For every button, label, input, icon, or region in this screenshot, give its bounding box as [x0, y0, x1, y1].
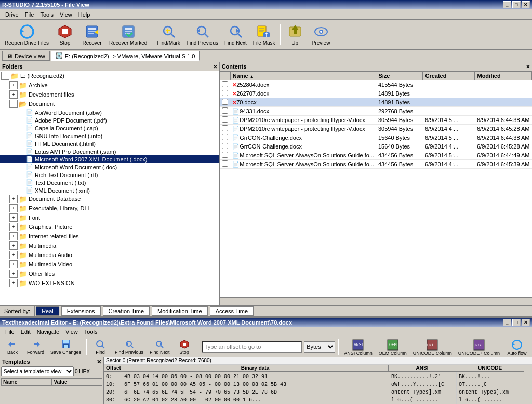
- contents-table-wrapper[interactable]: Name ▲ Size Created Modified ✕252804.doc…: [220, 71, 532, 297]
- table-row[interactable]: 📄GrrCON-Challenge.docx15640 Bytes6/9/201…: [220, 142, 531, 151]
- hex-close-button[interactable]: ✕: [522, 319, 530, 326]
- table-row[interactable]: 📄Microsoft SQL Server AlwaysOn Solutions…: [220, 151, 531, 160]
- tree-archive[interactable]: + 📁 Archive: [0, 80, 219, 90]
- exe-expand[interactable]: +: [9, 204, 18, 212]
- device-view-tab[interactable]: 🖥 Device view: [2, 51, 50, 61]
- menu-file[interactable]: File: [22, 10, 37, 19]
- drive-tab[interactable]: 💽 E: (Recognized2) -> VMware, VMware Vir…: [51, 51, 200, 61]
- hex-menu-view[interactable]: View: [62, 328, 81, 336]
- up-button[interactable]: Up: [283, 22, 308, 48]
- tree-internet[interactable]: + 📁 Internet related files: [0, 232, 219, 241]
- table-row[interactable]: 📄Microsoft SQL Server AlwaysOn Solutions…: [220, 160, 531, 169]
- tree-executable[interactable]: + 📁 Executable, Library, DLL: [0, 204, 219, 213]
- contents-hscrollbar[interactable]: [220, 297, 532, 305]
- unicode-plus-column-button[interactable]: UNI+ UNICODE+ Column: [456, 338, 502, 356]
- dev-expand[interactable]: +: [9, 90, 18, 99]
- doc-expand[interactable]: -: [9, 100, 18, 108]
- oem-column-button[interactable]: OEM OEM Column: [377, 338, 409, 356]
- col-name-header[interactable]: Name ▲: [230, 72, 376, 80]
- reopen-drive-files-button[interactable]: Reopen Drive Files: [2, 22, 51, 48]
- hex-save-button[interactable]: Save Changes: [48, 338, 83, 356]
- tree-lotus-ami[interactable]: 📄 Lotus AMI Pro Document (.sam): [0, 147, 219, 155]
- menu-view[interactable]: View: [57, 10, 75, 19]
- ansi-column-button[interactable]: ANSI ANSI Column: [342, 338, 375, 356]
- find-previous-button[interactable]: Find Previous: [184, 22, 221, 48]
- file-checkbox[interactable]: [222, 81, 228, 87]
- tree-document[interactable]: - 📂 Document: [0, 99, 219, 109]
- audio-expand[interactable]: +: [9, 251, 18, 259]
- file-checkbox[interactable]: [222, 107, 228, 114]
- tree-development[interactable]: + 📁 Development files: [0, 90, 219, 99]
- table-row[interactable]: ✕252804.docx415544 Bytes: [220, 80, 531, 89]
- menu-help[interactable]: Help: [75, 10, 94, 19]
- hex-offset-input[interactable]: [202, 341, 302, 353]
- hex-menu-edit[interactable]: Edit: [18, 328, 34, 336]
- tree-graphics[interactable]: + 📁 Graphics, Picture: [0, 222, 219, 232]
- col-size-header[interactable]: Size: [376, 72, 423, 80]
- file-checkbox[interactable]: [222, 90, 228, 96]
- stop-button[interactable]: Stop: [52, 22, 77, 48]
- col-modified-header[interactable]: Modified: [475, 72, 532, 80]
- tree-rich-text[interactable]: 📄 Rich Text Document (.rtf): [0, 171, 219, 179]
- templates-close[interactable]: ✕: [97, 359, 101, 366]
- file-checkbox[interactable]: [222, 134, 228, 140]
- tree-root[interactable]: - 📁 E: (Recognized2): [0, 71, 219, 80]
- file-checkbox[interactable]: [222, 125, 228, 131]
- file-checkbox[interactable]: [222, 116, 228, 123]
- multimedia-expand[interactable]: +: [9, 241, 18, 250]
- tree-font[interactable]: + 📁 Font: [0, 213, 219, 222]
- file-checkbox[interactable]: [222, 99, 228, 105]
- sort-tab-modification-time[interactable]: Modification Time: [152, 306, 208, 316]
- file-checkbox[interactable]: [222, 143, 228, 149]
- tree-ms-word-2007[interactable]: 📄 Microsoft Word 2007 XML Document (.doc…: [0, 155, 219, 163]
- table-row[interactable]: 📄DPM2010rc whitepaper - protecting Hyper…: [220, 125, 531, 133]
- find-next-button[interactable]: Find Next: [222, 22, 249, 48]
- unicode-column-button[interactable]: UNI UNICODE Column: [411, 338, 454, 356]
- folder-tree[interactable]: - 📁 E: (Recognized2) + 📁 Archive + 📁 Dev…: [0, 71, 219, 305]
- other-expand[interactable]: +: [9, 270, 18, 278]
- hex-find-next-button[interactable]: Find Next: [148, 338, 172, 356]
- archive-expand[interactable]: +: [9, 81, 18, 89]
- sort-tab-extensions[interactable]: Extensions: [61, 306, 101, 316]
- table-row[interactable]: ✕262707.docx14891 Bytes: [220, 89, 531, 98]
- file-checkbox[interactable]: [222, 160, 228, 167]
- hex-menu-tools[interactable]: Tools: [81, 328, 101, 336]
- hex-vscrollbar[interactable]: [524, 365, 532, 404]
- auto-flow-button[interactable]: Auto flow: [504, 338, 530, 356]
- find-mark-button[interactable]: Find/Mark: [154, 22, 182, 48]
- table-row[interactable]: 📄DPM2010rc whitepaper - protecting Hyper…: [220, 116, 531, 125]
- preview-button[interactable]: Preview: [309, 22, 334, 48]
- video-expand[interactable]: +: [9, 260, 18, 268]
- table-row[interactable]: 📄94331.docx292768 Bytes: [220, 107, 531, 116]
- hex-maximize-button[interactable]: □: [512, 319, 521, 326]
- hex-stop-button[interactable]: Stop: [174, 338, 195, 356]
- tree-xml-doc[interactable]: 📄 XML Document (.xml): [0, 186, 219, 194]
- close-button[interactable]: ✕: [522, 1, 530, 8]
- wo-expand[interactable]: +: [9, 279, 18, 287]
- file-mask-button[interactable]: File Mask: [250, 22, 278, 48]
- hex-unit-select[interactable]: Bytes Sectors: [304, 341, 335, 353]
- table-row[interactable]: ✕70.docx14891 Bytes: [220, 98, 531, 107]
- internet-expand[interactable]: +: [9, 232, 18, 240]
- sort-tab-creation-time[interactable]: Creation Time: [103, 306, 150, 316]
- menu-tools[interactable]: Tools: [37, 10, 57, 19]
- hex-forward-button[interactable]: Forward: [25, 338, 46, 356]
- sort-tab-real[interactable]: Real: [36, 306, 59, 316]
- folders-panel-close[interactable]: ✕: [213, 64, 217, 70]
- menu-drive[interactable]: Drive: [2, 10, 22, 19]
- tree-ms-word[interactable]: 📄 Microsoft Word Document (.doc): [0, 163, 219, 171]
- tree-other-files[interactable]: + 📁 Other files: [0, 269, 219, 278]
- recover-button[interactable]: Recover: [78, 22, 105, 48]
- maximize-button[interactable]: □: [512, 1, 521, 8]
- col-created-header[interactable]: Created: [423, 72, 475, 80]
- minimize-button[interactable]: _: [503, 1, 511, 8]
- tree-multimedia-audio[interactable]: + 📁 Multimedia Audio: [0, 250, 219, 260]
- table-row[interactable]: 📄GrrCON-Challenge.docx15640 Bytes6/9/201…: [220, 133, 531, 142]
- recover-marked-button[interactable]: Recover Marked: [107, 22, 150, 48]
- file-checkbox[interactable]: [222, 152, 228, 158]
- tree-adobe-pdf[interactable]: 📄 Adobe PDF Document (.pdf): [0, 116, 219, 124]
- tree-capella[interactable]: 📄 Capella Document (.cap): [0, 124, 219, 132]
- tree-abiword[interactable]: 📄 AbiWord Document (.abw): [0, 109, 219, 116]
- font-expand[interactable]: +: [9, 213, 18, 222]
- hex-minimize-button[interactable]: _: [503, 319, 511, 326]
